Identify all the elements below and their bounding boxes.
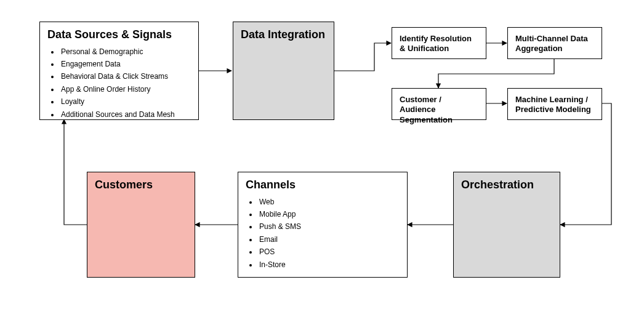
list-data-sources: Personal & Demographic Engagement Data B… <box>47 46 191 121</box>
box-identify-resolution: Identify Resolution & Unification <box>392 27 486 59</box>
list-item: Personal & Demographic <box>60 46 191 58</box>
box-multichannel: Multi-Channel Data Aggregation <box>507 27 602 59</box>
list-item: Behavioral Data & Click Streams <box>60 70 191 82</box>
arrow-multichannel-to-segmentation <box>438 59 554 88</box>
box-data-integration: Data Integration <box>233 22 334 120</box>
title-data-sources: Data Sources & Signals <box>47 28 191 42</box>
box-data-sources: Data Sources & Signals Personal & Demogr… <box>39 22 199 120</box>
diagram-canvas: Data Sources & Signals Personal & Demogr… <box>0 0 644 309</box>
box-customers: Customers <box>87 172 195 278</box>
list-item: Web <box>258 196 400 208</box>
arrow-integration-to-identify <box>334 43 391 71</box>
title-orchestration: Orchestration <box>461 179 552 192</box>
title-identify-resolution: Identify Resolution & Unification <box>400 34 478 54</box>
title-ml-predictive: Machine Learning / Predictive Modeling <box>515 95 594 115</box>
arrow-customers-to-sources <box>64 119 87 225</box>
title-segmentation: Customer / Audience Segmentation <box>400 95 478 125</box>
box-ml-predictive: Machine Learning / Predictive Modeling <box>507 88 602 120</box>
arrow-ml-to-orchestration <box>560 103 611 225</box>
list-channels: Web Mobile App Push & SMS Email POS In-S… <box>246 196 400 271</box>
list-item: Email <box>258 233 400 246</box>
title-channels: Channels <box>246 179 400 192</box>
title-customers: Customers <box>95 179 187 192</box>
list-item: POS <box>258 246 400 258</box>
list-item: Engagement Data <box>60 58 191 70</box>
list-item: In-Store <box>258 259 400 271</box>
list-item: Loyalty <box>60 95 191 108</box>
list-item: App & Online Order History <box>60 83 191 95</box>
list-item: Mobile App <box>258 208 400 220</box>
list-item: Additional Sources and Data Mesh <box>60 108 191 121</box>
box-segmentation: Customer / Audience Segmentation <box>392 88 486 120</box>
list-item: Push & SMS <box>258 220 400 233</box>
box-orchestration: Orchestration <box>453 172 560 278</box>
box-channels: Channels Web Mobile App Push & SMS Email… <box>238 172 408 278</box>
title-multichannel: Multi-Channel Data Aggregation <box>515 34 594 54</box>
title-data-integration: Data Integration <box>241 28 326 42</box>
